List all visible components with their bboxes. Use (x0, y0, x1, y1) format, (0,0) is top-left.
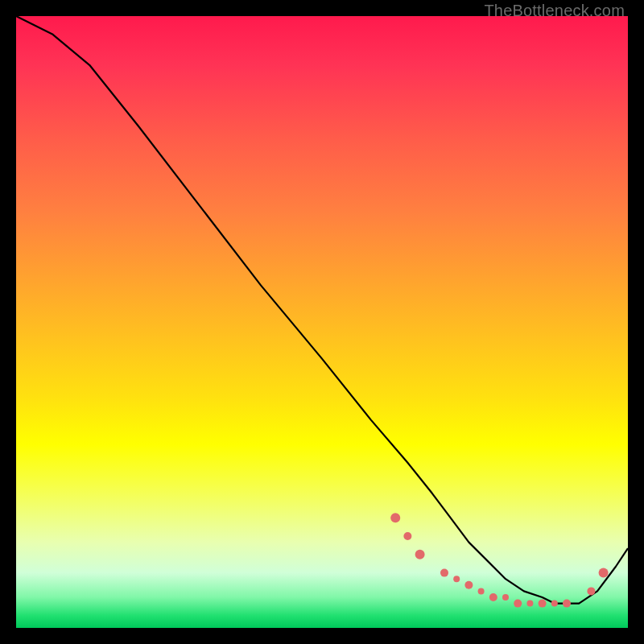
marker-dot (390, 513, 400, 522)
marker-dot (453, 576, 460, 582)
marker-dot (563, 600, 571, 608)
marker-dot (599, 568, 609, 578)
marker-dot (415, 550, 425, 559)
plot-area (16, 16, 628, 628)
marker-dot (403, 532, 411, 540)
marker-dot (464, 581, 473, 589)
curve-layer (16, 16, 628, 628)
marker-dot (587, 587, 595, 595)
marker-dot (502, 594, 509, 601)
marker-dot (478, 588, 485, 594)
marker-group (390, 513, 608, 607)
marker-dot (489, 593, 497, 601)
bottleneck-curve (16, 16, 628, 604)
marker-dot (440, 569, 448, 577)
marker-dot (514, 600, 522, 608)
chart-stage: TheBottleneck.com (0, 0, 644, 644)
marker-dot (539, 600, 547, 608)
marker-dot (551, 601, 558, 607)
marker-dot (526, 601, 533, 607)
